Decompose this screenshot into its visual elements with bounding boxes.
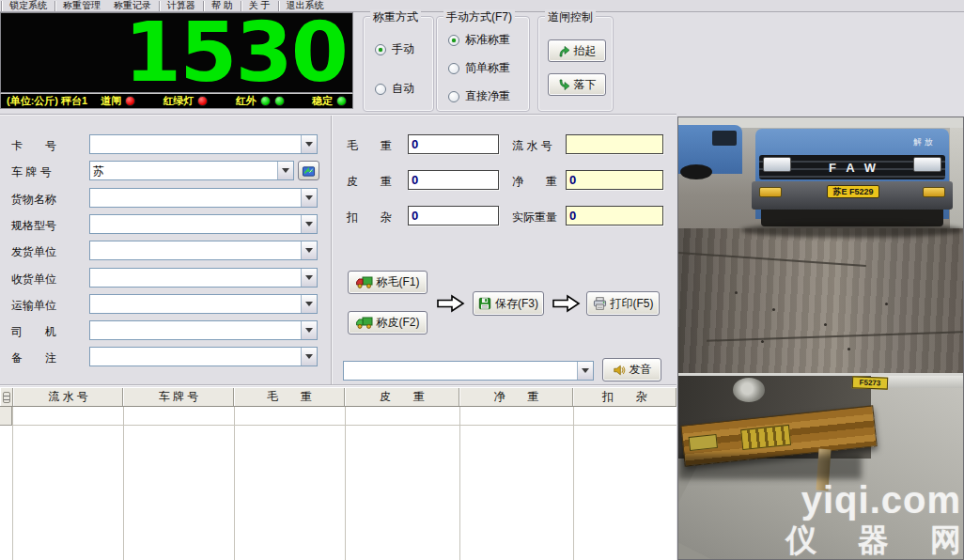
net-weight-field[interactable]: 0 [566, 170, 663, 190]
shipper-combobox[interactable] [89, 241, 318, 260]
menu-item-5[interactable]: 关 于 [242, 0, 277, 12]
radio-option-直接净重[interactable]: 直接净重 [448, 88, 510, 104]
weigh-tare-label: 称皮(F2) [377, 315, 420, 331]
receiver-combobox[interactable] [89, 268, 318, 288]
tare-weight-field[interactable]: 0 [408, 170, 499, 190]
second-truck-fragment [678, 125, 742, 174]
spec-model-drop-button[interactable] [301, 215, 317, 233]
records-table-body[interactable] [0, 407, 676, 560]
gross-weight-field[interactable]: 0 [408, 134, 499, 154]
save-button[interactable]: 保存(F3) [473, 291, 544, 316]
manual-mode-group: 手动方式(F7) 标准称重简单称重直接净重 [436, 16, 530, 112]
receiver-drop-button[interactable] [301, 269, 317, 287]
radio-option-手动[interactable]: 手动 [375, 41, 414, 57]
status-bar: (单位:公斤) 秤台1 道闸红绿灯红外稳定 [0, 93, 353, 109]
voice-text-combobox[interactable] [343, 361, 594, 381]
serial-number-field[interactable] [566, 134, 663, 154]
remarks-label: 备 注 [11, 350, 56, 366]
goods-name-drop-button[interactable] [301, 189, 317, 207]
goods-name-combobox[interactable] [89, 188, 318, 208]
driver-combobox[interactable] [89, 320, 318, 340]
goods-name-label: 货物名称 [11, 192, 56, 208]
radio-unselected-icon [448, 91, 459, 102]
table-column-header-5[interactable]: 扣 杂 [573, 388, 676, 406]
headlight-right [913, 157, 941, 172]
truck-shadow [740, 223, 963, 238]
browse-plates-button[interactable] [298, 161, 319, 180]
table-column-header-1[interactable]: 车 牌 号 [123, 388, 234, 406]
chevron-down-icon [305, 328, 313, 333]
status-light-red [125, 96, 135, 106]
radio-option-label: 标准称重 [465, 32, 510, 48]
radio-option-自动[interactable]: 自动 [375, 81, 414, 97]
table-column-header-4[interactable]: 净 重 [459, 388, 573, 406]
print-button[interactable]: 打印(F5) [586, 291, 660, 316]
table-column-header-0[interactable]: 流 水 号 [13, 388, 123, 406]
shipper-value [90, 241, 301, 259]
chevron-down-icon [305, 195, 313, 200]
menu-item-0[interactable]: 锁定系统 [3, 0, 54, 12]
actual-weight-label: 实际重量 [512, 210, 557, 226]
radio-option-简单称重[interactable]: 简单称重 [448, 60, 510, 76]
chevron-down-icon [305, 354, 313, 359]
voice-combo-drop-button[interactable] [577, 362, 593, 380]
printer-icon [593, 297, 607, 310]
menu-item-3[interactable]: 计算器 [161, 0, 202, 12]
goods-name-value [90, 189, 301, 207]
deduction-weight-label: 扣 杂 [347, 210, 392, 226]
plate-number-combobox[interactable]: 苏 [89, 161, 294, 180]
spec-model-value [90, 215, 301, 233]
status-indicator-1: 红绿灯 [163, 94, 208, 108]
chevron-down-icon [305, 275, 313, 280]
turn-signal-right [923, 187, 945, 197]
speak-button[interactable]: 发音 [602, 358, 661, 381]
transporter-combobox[interactable] [89, 294, 318, 314]
status-indicator-3: 稳定 [312, 94, 347, 108]
chevron-down-icon [305, 142, 313, 147]
status-indicator-2: 红外 [236, 94, 285, 108]
table-gridline [123, 407, 124, 560]
weighbridge-platform [678, 228, 963, 373]
shipper-drop-button[interactable] [301, 241, 317, 259]
plate-number-value: 苏 [90, 162, 277, 179]
plate-number-drop-button[interactable] [277, 162, 293, 179]
transporter-drop-button[interactable] [301, 295, 317, 313]
driver-drop-button[interactable] [301, 321, 317, 339]
second-truck-wheel [680, 164, 712, 179]
gate-lower-button[interactable]: 落下 [548, 73, 606, 96]
radio-option-label: 直接净重 [465, 88, 510, 104]
table-gridline [12, 407, 13, 560]
menu-separator [159, 1, 160, 11]
spec-model-combobox[interactable] [89, 214, 318, 234]
remarks-value [90, 348, 301, 366]
bumper-shadow [678, 455, 862, 479]
actual-weight-field[interactable]: 0 [566, 206, 663, 226]
card-number-value [90, 135, 301, 153]
receiver-label: 收货单位 [11, 272, 56, 288]
actual-weight-value: 0 [569, 209, 576, 223]
watermark: yiqi.com 仪器网 [785, 481, 961, 555]
front-camera-view: 解放 FAW 苏E F5229 [678, 117, 963, 373]
card-number-combobox[interactable] [89, 134, 318, 154]
table-column-header-2[interactable]: 毛 重 [234, 388, 345, 406]
table-row-selector[interactable] [0, 407, 12, 426]
remarks-combobox[interactable] [89, 347, 318, 366]
arrow-down-green-icon [558, 79, 570, 91]
weigh-tare-button[interactable]: 称皮(F2) [348, 311, 428, 334]
bumper-plate-large [740, 425, 791, 450]
menu-item-1[interactable]: 称重管理 [56, 0, 107, 12]
radio-option-标准称重[interactable]: 标准称重 [448, 32, 510, 48]
menu-item-2[interactable]: 称重记录 [107, 0, 158, 12]
menu-item-6[interactable]: 退出系统 [280, 0, 331, 12]
status-indicator-label: 稳定 [312, 94, 333, 108]
card-number-drop-button[interactable] [301, 135, 317, 153]
remarks-drop-button[interactable] [301, 348, 317, 366]
table-column-header-3[interactable]: 皮 重 [345, 388, 459, 406]
deduction-weight-field[interactable]: 0 [408, 206, 499, 226]
gate-raise-button[interactable]: 抬起 [548, 39, 606, 62]
menu-item-4[interactable]: 帮 助 [205, 0, 240, 12]
weigh-gross-button[interactable]: 称毛(F1) [348, 271, 428, 294]
gate-raise-label: 抬起 [574, 43, 597, 59]
table-row[interactable] [0, 407, 676, 426]
table-corner-icon [3, 392, 10, 403]
